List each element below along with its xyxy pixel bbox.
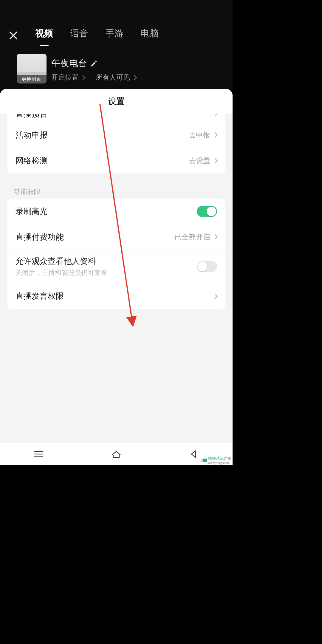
- room-sub-row: 开启位置 所有人可见: [51, 73, 137, 82]
- svg-rect-1: [202, 459, 207, 462]
- row-record-highlight[interactable]: 录制高光: [7, 199, 225, 224]
- row-network-check[interactable]: 网络检测 去设置: [7, 148, 225, 174]
- chevron-right-icon: [132, 75, 137, 80]
- tab-voice[interactable]: 语音: [70, 27, 88, 46]
- tab-pc[interactable]: 电脑: [141, 27, 159, 46]
- settings-group-general: 直播预告 活动申报 去申报 网络检测 去设置: [7, 114, 225, 174]
- tab-video[interactable]: 视频: [35, 27, 53, 46]
- row-activity-report[interactable]: 活动申报 去申报: [7, 122, 225, 148]
- row-value: 去申报: [189, 130, 210, 140]
- chevron-right-icon: [212, 114, 218, 117]
- watermark-url: www.ycwjy.com: [208, 461, 231, 465]
- watermark-text: 纯净系统之家: [208, 456, 231, 461]
- flag-icon: [202, 459, 207, 462]
- row-label: 直播付费功能: [16, 232, 64, 242]
- svg-rect-2: [202, 459, 203, 462]
- row-label: 网络检测: [16, 155, 48, 166]
- row-paid-feature[interactable]: 直播付费功能 已全部开启: [7, 224, 225, 250]
- row-label: 直播预告: [16, 114, 48, 119]
- close-button[interactable]: [7, 29, 20, 42]
- settings-sheet: 设置 直播预告 活动申报 去申报 网络检测 去设置: [0, 89, 233, 443]
- toggle-record-highlight[interactable]: [197, 206, 217, 217]
- divider: [91, 75, 91, 80]
- row-label: 直播发言权限: [16, 291, 64, 301]
- change-cover-label: 更换封面: [17, 75, 47, 83]
- settings-list[interactable]: 直播预告 活动申报 去申报 网络检测 去设置 功能权限: [0, 114, 233, 443]
- nav-back-icon[interactable]: [188, 450, 199, 459]
- nav-recent-icon[interactable]: [33, 450, 44, 459]
- chevron-right-icon: [80, 75, 86, 80]
- cover-thumbnail: [17, 54, 47, 72]
- room-title-row[interactable]: 午夜电台: [51, 57, 98, 69]
- screen-root: 视频 语音 手游 电脑 更换封面 午夜电台 开启位置 所有人可见 设置: [0, 0, 233, 465]
- header-tabs: 视频 语音 手游 电脑: [35, 27, 221, 46]
- chevron-right-icon: [212, 293, 218, 299]
- toggle-allow-view-profile[interactable]: [197, 261, 217, 272]
- android-nav-bar: [0, 443, 233, 465]
- close-icon: [8, 30, 18, 41]
- row-live-preview[interactable]: 直播预告: [7, 114, 225, 122]
- chevron-right-icon: [212, 158, 218, 163]
- tab-mobile[interactable]: 手游: [106, 27, 123, 46]
- row-label: 允许观众查看他人资料: [16, 256, 107, 267]
- watermark: 纯净系统之家 www.ycwjy.com: [200, 455, 233, 465]
- settings-group-permissions: 录制高光 直播付费功能 已全部开启 允许观众查看他人资料 关闭后，主播和管理员仍…: [7, 199, 225, 309]
- chevron-right-icon: [212, 132, 218, 137]
- settings-title: 设置: [0, 89, 233, 114]
- row-description: 关闭后，主播和管理员仍可查看: [16, 268, 107, 277]
- row-value: 已全部开启: [174, 232, 210, 242]
- row-label: 活动申报: [16, 130, 48, 140]
- nav-home-icon[interactable]: [111, 450, 122, 459]
- change-cover-button[interactable]: 更换封面: [17, 54, 47, 83]
- room-title: 午夜电台: [51, 57, 87, 69]
- enable-location-button[interactable]: 开启位置: [51, 73, 79, 82]
- header-dark: 视频 语音 手游 电脑 更换封面 午夜电台 开启位置 所有人可见: [0, 0, 233, 89]
- edit-icon: [90, 60, 98, 67]
- row-allow-view-profile[interactable]: 允许观众查看他人资料 关闭后，主播和管理员仍可查看: [7, 250, 225, 283]
- chevron-right-icon: [212, 234, 218, 239]
- row-speak-permission[interactable]: 直播发言权限: [7, 283, 225, 309]
- row-value: 去设置: [189, 156, 210, 165]
- row-label: 录制高光: [16, 206, 48, 217]
- visibility-button[interactable]: 所有人可见: [96, 73, 130, 82]
- section-header-permissions: 功能权限: [0, 181, 233, 199]
